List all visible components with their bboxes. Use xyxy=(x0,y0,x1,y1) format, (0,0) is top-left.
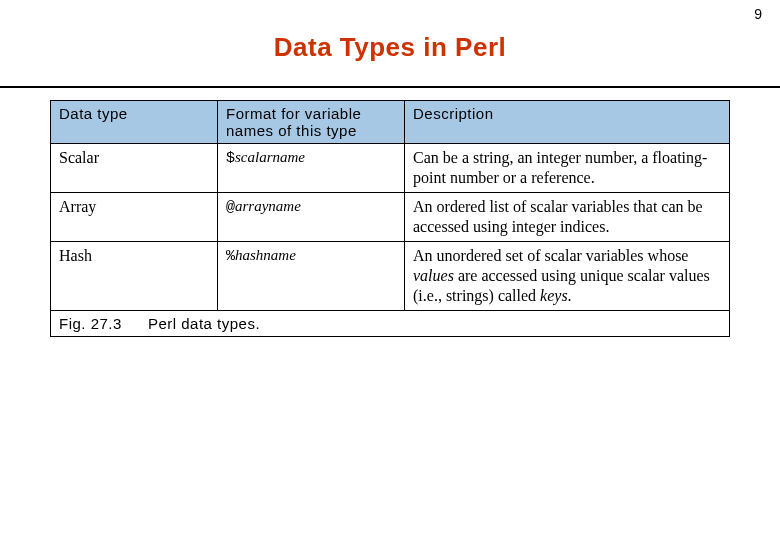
table-row: Array @arrayname An ordered list of scal… xyxy=(51,193,730,242)
cell-description: An unordered set of scalar variables who… xyxy=(405,242,730,311)
cell-description: Can be a string, an integer number, a fl… xyxy=(405,144,730,193)
header-type: Data type xyxy=(51,101,218,144)
cell-format: @arrayname xyxy=(218,193,405,242)
slide: 9 Data Types in Perl Data type Format fo… xyxy=(0,0,780,540)
caption-cell: Fig. 27.3 Perl data types. xyxy=(51,311,730,337)
cell-type: Scalar xyxy=(51,144,218,193)
datatypes-table-wrap: Data type Format for variable names of t… xyxy=(50,100,730,337)
figure-label: Fig. 27.3 xyxy=(59,315,122,332)
figure-caption: Perl data types. xyxy=(148,315,260,332)
cell-type: Array xyxy=(51,193,218,242)
page-number: 9 xyxy=(754,6,762,22)
cell-description: An ordered list of scalar variables that… xyxy=(405,193,730,242)
page-title: Data Types in Perl xyxy=(0,32,780,63)
table-header-row: Data type Format for variable names of t… xyxy=(51,101,730,144)
cell-format: %hashname xyxy=(218,242,405,311)
cell-format: $scalarname xyxy=(218,144,405,193)
title-rule xyxy=(0,86,780,88)
table-row: Scalar $scalarname Can be a string, an i… xyxy=(51,144,730,193)
header-format: Format for variable names of this type xyxy=(218,101,405,144)
header-description: Description xyxy=(405,101,730,144)
table-row: Hash %hashname An unordered set of scala… xyxy=(51,242,730,311)
cell-type: Hash xyxy=(51,242,218,311)
datatypes-table: Data type Format for variable names of t… xyxy=(50,100,730,337)
caption-row: Fig. 27.3 Perl data types. xyxy=(51,311,730,337)
